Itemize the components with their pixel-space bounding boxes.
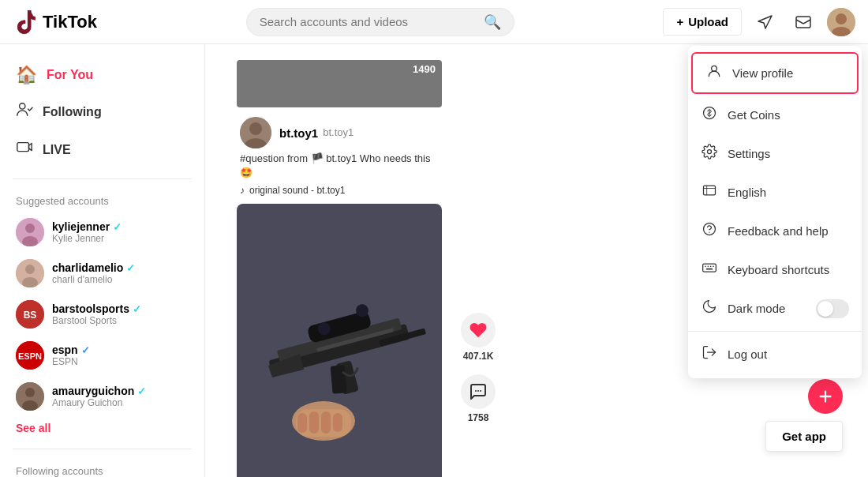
header-right: + Upload bbox=[663, 8, 855, 36]
sidebar-item-following[interactable]: Following bbox=[6, 93, 198, 131]
sidebar-item-for-you[interactable]: 🏠 For You bbox=[6, 57, 198, 93]
sidebar-for-you-label: For You bbox=[47, 68, 93, 82]
upload-label: Upload bbox=[688, 15, 728, 28]
upload-button[interactable]: + Upload bbox=[663, 8, 742, 36]
svg-point-7 bbox=[25, 223, 35, 233]
svg-point-17 bbox=[25, 388, 35, 397]
like-button[interactable]: 407.1K bbox=[461, 313, 496, 362]
dropdown-menu: View profile Get Coins Settings bbox=[688, 46, 862, 378]
svg-point-41 bbox=[712, 66, 717, 71]
account-kyliejenner[interactable]: kyliejenner ✓ Kylie Jenner bbox=[6, 212, 198, 253]
dropdown-logout[interactable]: Log out bbox=[688, 335, 862, 374]
amauryguichon-username: amauryguichon bbox=[52, 385, 134, 397]
svg-rect-34 bbox=[309, 411, 319, 434]
dropdown-feedback[interactable]: Feedback and help bbox=[688, 212, 862, 250]
search-bar[interactable]: 🔍 bbox=[246, 8, 514, 36]
verified-badge-espn: ✓ bbox=[81, 344, 90, 356]
account-charlidamelio[interactable]: charlidamelio ✓ charli d'amelio bbox=[6, 253, 198, 294]
account-amauryguichon[interactable]: amauryguichon ✓ Amaury Guichon bbox=[6, 376, 198, 417]
charlidamelio-username: charlidamelio bbox=[52, 261, 123, 274]
svg-rect-30 bbox=[331, 366, 347, 394]
barstoolsports-display: Barstool Sports bbox=[52, 315, 141, 326]
get-app-button[interactable]: Get app bbox=[765, 421, 843, 452]
comment-icon-circle bbox=[461, 374, 496, 409]
avatar-amauryguichon bbox=[16, 382, 44, 411]
settings-icon bbox=[701, 144, 718, 163]
heart-icon bbox=[469, 321, 488, 340]
english-label: English bbox=[728, 186, 766, 199]
verified-badge-kyliejenner: ✓ bbox=[113, 221, 122, 233]
account-info-charlidamelio: charlidamelio ✓ charli d'amelio bbox=[52, 261, 135, 285]
float-icon bbox=[817, 388, 834, 405]
dark-mode-icon bbox=[701, 299, 718, 318]
dropdown-view-profile[interactable]: View profile bbox=[691, 52, 859, 94]
top-video-thumb[interactable]: 1490 bbox=[237, 60, 442, 107]
following-accounts-title: Following accounts bbox=[6, 459, 198, 477]
gun-video-thumb[interactable]: @ bt.toy1 bbox=[237, 204, 442, 477]
kyliejenner-username: kyliejenner bbox=[52, 220, 110, 233]
video-user-avatar[interactable] bbox=[240, 117, 271, 148]
inbox-button[interactable] bbox=[789, 8, 817, 36]
logo-text: TikTok bbox=[43, 12, 97, 32]
kyliejenner-display: Kylie Jenner bbox=[52, 233, 122, 244]
avatar[interactable] bbox=[827, 8, 855, 36]
account-info-barstoolsports: barstoolsports ✓ Barstool Sports bbox=[52, 302, 141, 326]
espn-display: ESPN bbox=[52, 356, 90, 367]
upload-plus-icon: + bbox=[676, 15, 683, 28]
search-input[interactable] bbox=[260, 15, 484, 28]
feedback-label: Feedback and help bbox=[728, 224, 829, 238]
dropdown-divider bbox=[688, 331, 862, 332]
view-profile-label: View profile bbox=[732, 66, 793, 80]
comment-icon bbox=[469, 382, 488, 401]
account-info-amauryguichon: amauryguichon ✓ Amaury Guichon bbox=[52, 385, 146, 408]
search-icon: 🔍 bbox=[484, 13, 501, 31]
svg-point-2 bbox=[836, 13, 847, 24]
comment-button[interactable]: 1758 bbox=[461, 374, 496, 423]
live-icon bbox=[16, 139, 33, 161]
dropdown-english[interactable]: English bbox=[688, 173, 862, 212]
english-icon bbox=[701, 182, 718, 202]
svg-rect-47 bbox=[703, 264, 716, 272]
svg-rect-36 bbox=[333, 413, 342, 432]
sidebar: 🏠 For You Following LIVE Suggested accou… bbox=[0, 44, 205, 477]
suggested-accounts-title: Suggested accounts bbox=[6, 189, 198, 212]
following-icon bbox=[16, 101, 33, 123]
svg-text:BS: BS bbox=[24, 310, 37, 321]
dark-mode-toggle[interactable] bbox=[816, 299, 849, 318]
send-icon-button[interactable] bbox=[751, 8, 780, 36]
sidebar-item-live[interactable]: LIVE bbox=[6, 131, 198, 169]
account-espn[interactable]: ESPN espn ✓ ESPN bbox=[6, 335, 198, 376]
tiktok-logo[interactable]: TikTok bbox=[13, 9, 97, 35]
top-video-container: 1490 bt.toy1 bt.toy1 bbox=[237, 60, 442, 477]
verified-badge-charlidamelio: ✓ bbox=[126, 262, 135, 274]
tiktok-logo-icon bbox=[13, 9, 38, 35]
svg-rect-35 bbox=[321, 411, 331, 434]
sidebar-divider-2 bbox=[13, 449, 192, 449]
charlidamelio-display: charli d'amelio bbox=[52, 274, 135, 285]
svg-rect-5 bbox=[17, 143, 29, 152]
video-sound: ♪ original sound - bt.toy1 bbox=[237, 183, 442, 197]
svg-rect-0 bbox=[796, 17, 810, 28]
home-icon: 🏠 bbox=[16, 65, 37, 85]
logout-label: Log out bbox=[728, 347, 767, 361]
dropdown-get-coins[interactable]: Get Coins bbox=[688, 96, 862, 134]
logout-icon bbox=[701, 344, 718, 364]
svg-point-4 bbox=[20, 103, 25, 109]
see-all-link[interactable]: See all bbox=[6, 417, 198, 439]
dropdown-dark-mode[interactable]: Dark mode bbox=[688, 289, 862, 328]
amauryguichon-display: Amaury Guichon bbox=[52, 397, 146, 408]
svg-rect-33 bbox=[297, 413, 307, 433]
music-note-icon: ♪ bbox=[240, 185, 245, 196]
dropdown-keyboard[interactable]: Keyboard shortcuts bbox=[688, 250, 862, 289]
float-action-button[interactable] bbox=[808, 379, 843, 414]
verified-badge-amauryguichon: ✓ bbox=[137, 385, 146, 397]
keyboard-label: Keyboard shortcuts bbox=[728, 263, 829, 276]
header: TikTok 🔍 + Upload bbox=[0, 0, 868, 44]
account-barstoolsports[interactable]: BS barstoolsports ✓ Barstool Sports bbox=[6, 294, 198, 335]
dropdown-settings[interactable]: Settings bbox=[688, 134, 862, 173]
svg-point-10 bbox=[25, 265, 35, 274]
view-profile-icon bbox=[705, 63, 723, 83]
barstoolsports-username: barstoolsports bbox=[52, 302, 129, 315]
account-info-espn: espn ✓ ESPN bbox=[52, 344, 90, 367]
feedback-icon bbox=[701, 221, 718, 241]
